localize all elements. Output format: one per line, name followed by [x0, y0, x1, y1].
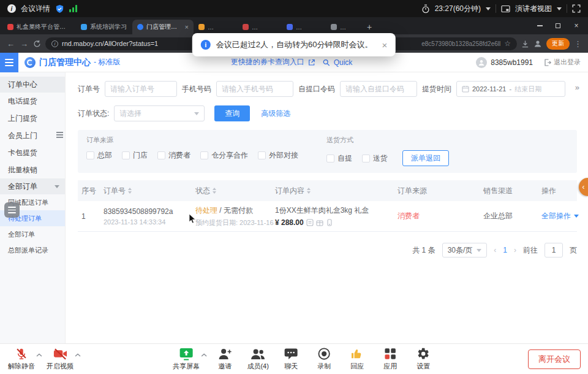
checkbox-self-pickup[interactable]: 自提	[326, 153, 352, 164]
back-icon[interactable]: ←	[6, 39, 15, 48]
start-video-button[interactable]: 开启视频	[43, 347, 77, 371]
checkbox-icon[interactable]	[122, 151, 130, 159]
order-no-field[interactable]	[105, 81, 177, 97]
mic-options-caret[interactable]	[36, 353, 43, 357]
app-menu-button[interactable]	[0, 53, 18, 72]
date-end-placeholder[interactable]: 结束日期	[514, 85, 541, 94]
camera-options-caret[interactable]	[74, 353, 81, 357]
col-order-no[interactable]: 订单号	[104, 186, 195, 196]
goto-page-field[interactable]	[545, 243, 563, 258]
sidebar-item-card-pickup[interactable]: 卡包提货	[0, 144, 65, 161]
order-status-select[interactable]: 请选择	[114, 105, 205, 121]
forward-icon[interactable]: →	[20, 39, 29, 48]
browser-tab[interactable]: …	[282, 20, 326, 34]
unmute-button[interactable]: 解除静音	[5, 347, 38, 371]
window-minimize-button[interactable]	[530, 17, 549, 34]
page-size-select[interactable]: 30条/页	[442, 243, 488, 258]
browser-update-button[interactable]: 更新	[546, 38, 570, 50]
search-button[interactable]: 查询	[214, 105, 250, 121]
pickup-code-input[interactable]	[345, 85, 412, 93]
collapse-filters-icon[interactable]: »	[575, 83, 579, 92]
browser-tab[interactable]: …	[238, 20, 282, 34]
checkbox-icon[interactable]	[362, 155, 370, 162]
view-mode-label[interactable]: 演讲者视图	[515, 4, 552, 14]
sort-icon[interactable]	[307, 188, 311, 194]
col-status[interactable]: 状态	[195, 186, 275, 196]
goto-page-input[interactable]	[545, 246, 562, 254]
leave-meeting-button[interactable]: 离开会议	[528, 349, 581, 369]
invite-button[interactable]: 邀请	[208, 347, 241, 371]
floating-tasklist-button[interactable]	[4, 202, 20, 218]
note-icon[interactable]	[306, 219, 314, 226]
sidebar-item-all-orders[interactable]: 全部订单	[0, 226, 65, 242]
meeting-timer[interactable]: 23:27(60分钟)	[435, 4, 481, 14]
dispatch-return-button[interactable]: 派单退回	[402, 150, 449, 166]
sidebar-group-all-orders[interactable]: 全部订单	[0, 178, 65, 194]
new-tab-button[interactable]: +	[361, 20, 377, 34]
meeting-details-label[interactable]: 会议详情	[21, 4, 50, 14]
checkbox-icon[interactable]	[157, 151, 165, 159]
pickup-code-field[interactable]	[340, 81, 417, 97]
share-options-caret[interactable]	[200, 353, 208, 357]
gift-icon[interactable]	[316, 219, 323, 226]
refresh-icon[interactable]	[33, 40, 41, 48]
username[interactable]: 8385wb1991	[491, 58, 533, 67]
date-start-value[interactable]: 2022-11-21	[472, 85, 506, 93]
download-icon[interactable]	[521, 40, 529, 48]
quick-link-text[interactable]: 更快捷的券卡查询入口	[231, 57, 304, 67]
quick-label[interactable]: Quick	[334, 58, 353, 67]
apps-button[interactable]: 应用	[374, 347, 407, 371]
timer-caret-icon[interactable]	[486, 7, 491, 10]
sidebar-item-batch-verify[interactable]: 批量核销	[0, 161, 65, 178]
window-close-button[interactable]: ×	[567, 17, 586, 34]
next-page-button[interactable]: ›	[514, 246, 516, 254]
security-shield-icon[interactable]	[55, 4, 64, 13]
sort-icon[interactable]	[128, 188, 132, 194]
browser-tab[interactable]: 系统培训学习	[76, 20, 132, 34]
window-maximize-button[interactable]	[549, 17, 567, 34]
phone-input[interactable]	[222, 85, 288, 93]
toast-close-icon[interactable]: ×	[382, 40, 387, 50]
prev-page-button[interactable]: ‹	[494, 246, 496, 254]
browser-tab[interactable]: …	[194, 20, 238, 34]
checkbox-icon[interactable]	[86, 151, 94, 159]
browser-tab[interactable]: 礼盒菜终平台管理中心	[2, 20, 76, 34]
col-content[interactable]: 订单内容	[275, 186, 398, 196]
checkbox-icon[interactable]	[258, 151, 266, 159]
browser-menu-icon[interactable]: ⋮	[574, 39, 582, 48]
meeting-info-group[interactable]: i 会议详情	[7, 4, 77, 14]
record-button[interactable]: 录制	[307, 347, 341, 371]
browser-tab-active[interactable]: 门店管理中心×	[132, 20, 194, 34]
browser-tab[interactable]: …	[326, 20, 361, 34]
network-signal-icon[interactable]	[69, 5, 77, 12]
sidebar-collapse-handle[interactable]	[55, 130, 64, 140]
phone-icon[interactable]	[326, 219, 333, 226]
checkbox-store[interactable]: 门店	[122, 150, 148, 161]
advanced-filter-link[interactable]: 高级筛选	[261, 109, 290, 119]
checkbox-share-coop[interactable]: 仓分享合作	[200, 150, 248, 161]
row-actions-dropdown[interactable]: 全部操作	[541, 211, 579, 221]
checkbox-hq[interactable]: 总部	[86, 150, 112, 161]
logout-button[interactable]: 退出登录	[544, 58, 581, 67]
site-info-icon[interactable]: i	[51, 40, 58, 47]
tab-close-icon[interactable]: ×	[185, 23, 189, 31]
table-row[interactable]: 1 8385934508899792a 2023-11-13 14:33:34 …	[78, 201, 577, 232]
members-button[interactable]: 成员(4)	[241, 347, 274, 371]
chat-button[interactable]: 聊天	[274, 347, 307, 371]
checkbox-icon[interactable]	[200, 151, 208, 159]
side-drawer-toggle[interactable]: ‹	[579, 178, 588, 196]
checkbox-icon[interactable]	[326, 155, 334, 162]
fullscreen-icon[interactable]	[572, 4, 581, 13]
sidebar-section-order-center[interactable]: 订单中心	[0, 77, 65, 93]
current-page[interactable]: 1	[503, 246, 507, 254]
view-caret-icon[interactable]	[557, 7, 562, 10]
profile-icon[interactable]	[533, 39, 542, 48]
checkbox-delivery[interactable]: 送货	[362, 153, 388, 164]
date-range-picker[interactable]: 2022-11-21 - 结束日期	[456, 81, 565, 97]
reactions-button[interactable]: 回应	[341, 347, 374, 371]
checkbox-consumer[interactable]: 消费者	[157, 150, 190, 161]
share-screen-button[interactable]: 共享屏幕	[170, 347, 203, 371]
sidebar-item-phone-pickup[interactable]: 电话提货	[0, 93, 65, 110]
sidebar-item-door-pickup[interactable]: 上门提货	[0, 110, 65, 127]
checkbox-external[interactable]: 外部对接	[258, 150, 298, 161]
